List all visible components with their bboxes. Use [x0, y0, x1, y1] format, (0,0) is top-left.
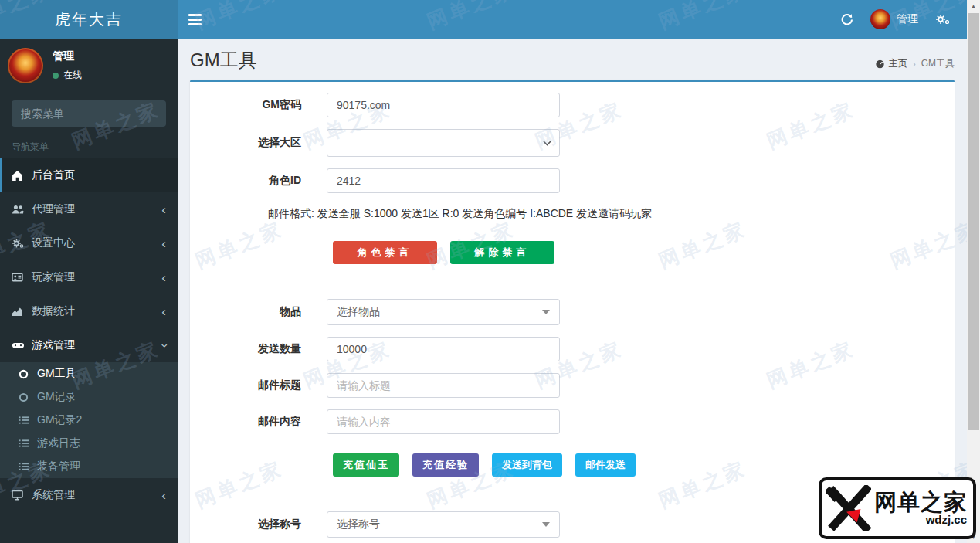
zone-select[interactable] — [327, 129, 560, 157]
sidebar-item-label: 数据统计 — [32, 304, 75, 318]
chevron-down-icon — [543, 141, 551, 146]
sidebar-item-label: 代理管理 — [32, 202, 75, 216]
main-content: GM工具 主页 › GM工具 GM密码 选择大区 — [178, 39, 967, 543]
sidebar-item-label: GM工具 — [37, 367, 76, 381]
navbar-user-label: 管理 — [897, 12, 918, 26]
users-icon — [12, 204, 32, 215]
sidebar-item-label: 游戏日志 — [37, 436, 80, 450]
sidebar-item-game[interactable]: 游戏管理 ‹ — [0, 328, 178, 362]
online-status-label: 在线 — [63, 69, 82, 82]
sidebar-item-players[interactable]: 玩家管理 ‹ — [0, 260, 178, 294]
unmute-button[interactable]: 解除禁言 — [450, 241, 554, 264]
chevron-left-icon: ‹ — [161, 203, 166, 216]
user-avatar[interactable] — [8, 48, 43, 83]
sidebar-item-label: 游戏管理 — [32, 338, 75, 352]
sidebar-item-gm-record2[interactable]: GM记录2 — [0, 409, 178, 432]
item-select-label: 物品 — [199, 305, 301, 319]
sidebar-item-home[interactable]: 后台首页 — [0, 158, 178, 192]
breadcrumb: 主页 › GM工具 — [875, 57, 955, 70]
user-panel: 管理 在线 — [0, 39, 178, 93]
sidebar-item-label: 玩家管理 — [32, 270, 75, 284]
gm-password-input[interactable] — [327, 93, 560, 117]
chevron-left-icon: ‹ — [161, 489, 166, 502]
user-menu-button[interactable]: 管理 — [870, 9, 918, 29]
send-backpack-button[interactable]: 发送到背包 — [492, 453, 562, 477]
mail-format-hint: 邮件格式: 发送全服 S:1000 发送1区 R:0 发送角色编号 I:ABCD… — [268, 207, 945, 221]
title-select[interactable]: 选择称号 — [327, 511, 560, 538]
gm-password-label: GM密码 — [199, 98, 301, 112]
gamepad-icon — [12, 340, 32, 351]
chevron-down-icon: ‹ — [158, 343, 171, 348]
sidebar-item-gm-tool[interactable]: GM工具 — [0, 362, 178, 385]
mail-title-input[interactable] — [327, 373, 560, 398]
sidebar-item-settings[interactable]: 设置中心 ‹ — [0, 226, 178, 260]
user-name: 管理 — [53, 49, 82, 63]
hamburger-button[interactable] — [178, 0, 212, 39]
brand-logo[interactable]: 虎年大吉 — [0, 0, 178, 39]
control-sidebar-button[interactable] — [935, 13, 950, 25]
gears-icon — [12, 238, 32, 249]
sidebar-item-stats[interactable]: 数据统计 ‹ — [0, 294, 178, 328]
quantity-input[interactable] — [327, 337, 560, 361]
badge-domain: wdzj.cc — [874, 513, 967, 526]
user-status: 在线 — [53, 69, 82, 82]
breadcrumb-separator: › — [913, 59, 916, 70]
navbar-avatar — [870, 9, 890, 29]
page-scrollbar: ▲ ▼ — [967, 0, 980, 543]
game-submenu: GM工具 GM记录 GM记录2 — [0, 362, 178, 478]
page-title: GM工具 — [190, 48, 955, 73]
mail-content-label: 邮件内容 — [199, 415, 301, 429]
item-select[interactable]: 选择物品 — [327, 299, 560, 325]
online-status-dot — [53, 73, 59, 79]
recharge-exp-button[interactable]: 充值经验 — [412, 453, 479, 477]
breadcrumb-home-link[interactable]: 主页 — [875, 57, 907, 70]
wdzj-badge: 网单之家 wdzj.cc — [819, 477, 976, 539]
quantity-label: 发送数量 — [199, 342, 301, 356]
chart-icon — [12, 306, 32, 317]
desktop-icon — [12, 490, 32, 501]
search-input[interactable] — [12, 100, 166, 127]
nav-header: 导航菜单 — [0, 131, 178, 158]
mail-title-label: 邮件标题 — [199, 378, 301, 392]
sidebar-item-label: 后台首页 — [32, 168, 75, 182]
role-id-label: 角色ID — [199, 174, 301, 188]
gears-icon — [935, 13, 950, 25]
sidebar-item-label: GM记录2 — [37, 413, 82, 427]
refresh-button[interactable] — [840, 13, 853, 26]
title-select-label: 选择称号 — [199, 518, 301, 531]
sidebar-group-game: 游戏管理 ‹ GM工具 GM记录 — [0, 328, 178, 478]
id-card-icon — [12, 272, 32, 283]
chevron-left-icon: ‹ — [161, 305, 166, 318]
sidebar-item-gm-record[interactable]: GM记录 — [0, 385, 178, 409]
top-navbar: 管理 — [178, 0, 967, 39]
scrollbar-up-arrow[interactable]: ▲ — [967, 0, 980, 12]
sidebar-item-agent[interactable]: 代理管理 ‹ — [0, 192, 178, 226]
recharge-jade-button[interactable]: 充值仙玉 — [333, 453, 399, 477]
mute-button[interactable]: 角色禁言 — [333, 241, 437, 264]
sidebar-item-label: 装备管理 — [37, 460, 80, 473]
scrollbar-thumb[interactable] — [968, 13, 979, 430]
sidebar-item-equipment[interactable]: 装备管理 — [0, 455, 178, 478]
home-icon — [12, 170, 32, 182]
sidebar-item-label: 系统管理 — [32, 488, 75, 502]
chevron-left-icon: ‹ — [161, 271, 166, 284]
sidebar-item-system[interactable]: 系统管理 ‹ — [0, 478, 178, 512]
circle-icon — [19, 369, 37, 379]
dashboard-icon — [875, 59, 885, 69]
sidebar-item-game-log[interactable]: 游戏日志 — [0, 432, 178, 455]
badge-title: 网单之家 — [874, 490, 967, 514]
sidebar-item-label: GM记录 — [37, 390, 76, 404]
gm-tool-panel: GM密码 选择大区 角色ID 邮件格式: 发送全服 S:1000 发送1区 R:… — [190, 80, 955, 543]
list-icon — [19, 439, 37, 448]
zone-select-label: 选择大区 — [199, 136, 301, 150]
sidebar-item-label: 设置中心 — [32, 236, 75, 250]
mail-content-input[interactable] — [327, 409, 560, 434]
list-icon — [19, 416, 37, 425]
sidebar-menu: 后台首页 代理管理 ‹ 设置中心 — [0, 158, 178, 512]
breadcrumb-current: GM工具 — [921, 57, 955, 70]
sidebar-search — [12, 100, 166, 127]
role-id-input[interactable] — [327, 168, 560, 193]
wdzj-logo-icon — [826, 485, 871, 531]
mail-send-button[interactable]: 邮件发送 — [575, 453, 636, 477]
caret-down-icon — [542, 310, 550, 314]
